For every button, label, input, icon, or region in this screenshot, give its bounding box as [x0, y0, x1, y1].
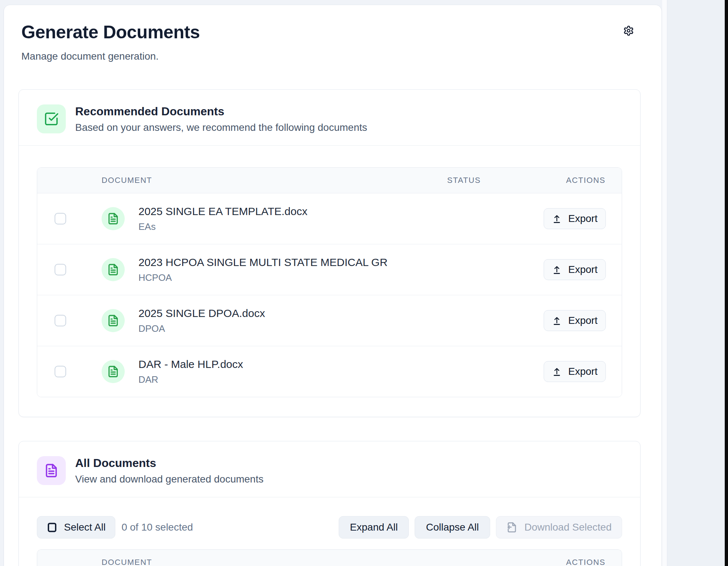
- recommended-table-header: DOCUMENT STATUS ACTIONS: [37, 168, 622, 193]
- table-row: 2023 HCPOA SINGLE MULTI STATE MEDICAL GR…: [37, 244, 622, 295]
- right-side-panel: [667, 0, 725, 566]
- recommended-title: Recommended Documents: [75, 104, 367, 119]
- checkbox-square-icon: [47, 522, 57, 533]
- column-header-document: DOCUMENT: [102, 176, 152, 185]
- file-text-icon: [102, 309, 125, 332]
- select-all-label: Select All: [64, 522, 106, 533]
- file-text-icon: [102, 360, 125, 383]
- document-name: 2025 SINGLE DPOA.docx: [138, 307, 265, 320]
- table-row: 2025 SINGLE EA TEMPLATE.docx EAs Export: [37, 193, 622, 244]
- file-text-icon: [37, 456, 66, 485]
- gear-icon: [623, 25, 634, 36]
- export-button[interactable]: Export: [544, 361, 606, 382]
- download-selected-label: Download Selected: [524, 522, 612, 533]
- upload-icon: [552, 214, 562, 224]
- upload-icon: [552, 316, 562, 326]
- all-documents-card: All Documents View and download generate…: [18, 441, 641, 566]
- all-documents-table: DOCUMENT ACTIONS: [37, 549, 622, 566]
- file-text-icon: [102, 258, 125, 281]
- document-name: DAR - Male HLP.docx: [138, 358, 243, 370]
- document-category: DAR: [138, 374, 243, 385]
- select-all-button[interactable]: Select All: [37, 516, 115, 539]
- table-row: DAR - Male HLP.docx DAR Export: [37, 346, 622, 397]
- table-row: 2025 SINGLE DPOA.docx DPOA Export: [37, 295, 622, 346]
- export-button-label: Export: [568, 264, 598, 275]
- recommended-subtitle: Based on your answers, we recommend the …: [75, 121, 367, 134]
- export-button[interactable]: Export: [544, 259, 606, 280]
- all-documents-table-header: DOCUMENT ACTIONS: [37, 550, 622, 566]
- all-documents-title: All Documents: [75, 456, 264, 470]
- export-button[interactable]: Export: [544, 208, 606, 229]
- page-subtitle: Manage document generation.: [21, 50, 661, 63]
- row-checkbox[interactable]: [55, 315, 66, 326]
- export-button[interactable]: Export: [544, 310, 606, 331]
- expand-all-label: Expand All: [350, 522, 398, 533]
- expand-all-button[interactable]: Expand All: [339, 516, 409, 539]
- page-gutter: [662, 0, 667, 566]
- recommended-table: DOCUMENT STATUS ACTIONS 2025 SINGLE EA T…: [37, 167, 622, 397]
- scrollbar[interactable]: [725, 0, 728, 566]
- file-text-icon: [102, 207, 125, 230]
- all-documents-toolbar: Select All 0 of 10 selected Expand All C…: [37, 516, 622, 539]
- document-name: 2023 HCPOA SINGLE MULTI STATE MEDICAL GR: [138, 256, 387, 269]
- row-checkbox[interactable]: [55, 213, 66, 224]
- upload-icon: [552, 265, 562, 275]
- column-header-actions: ACTIONS: [566, 558, 605, 566]
- document-category: EAs: [138, 221, 307, 232]
- settings-button[interactable]: [621, 23, 637, 39]
- all-documents-header: All Documents View and download generate…: [19, 441, 640, 497]
- download-selected-button[interactable]: Download Selected: [496, 516, 622, 539]
- recommended-documents-header: Recommended Documents Based on your answ…: [19, 90, 640, 146]
- file-output-icon: [506, 522, 517, 533]
- document-name: 2025 SINGLE EA TEMPLATE.docx: [138, 205, 307, 218]
- row-checkbox[interactable]: [55, 366, 66, 377]
- column-header-document: DOCUMENT: [102, 558, 152, 566]
- column-header-status: STATUS: [447, 176, 481, 185]
- export-button-label: Export: [568, 213, 598, 224]
- generate-documents-panel: Generate Documents Manage document gener…: [4, 5, 662, 566]
- recommended-documents-card: Recommended Documents Based on your answ…: [18, 89, 641, 417]
- page-title: Generate Documents: [21, 21, 661, 43]
- upload-icon: [552, 367, 562, 377]
- document-category: DPOA: [138, 323, 265, 334]
- check-square-icon: [37, 104, 66, 133]
- all-documents-subtitle: View and download generated documents: [75, 473, 264, 485]
- document-category: HCPOA: [138, 272, 387, 283]
- column-header-actions: ACTIONS: [566, 176, 605, 185]
- selection-status: 0 of 10 selected: [121, 522, 193, 533]
- export-button-label: Export: [568, 366, 598, 377]
- row-checkbox[interactable]: [55, 264, 66, 275]
- collapse-all-button[interactable]: Collapse All: [415, 516, 490, 539]
- collapse-all-label: Collapse All: [426, 522, 479, 533]
- export-button-label: Export: [568, 315, 598, 326]
